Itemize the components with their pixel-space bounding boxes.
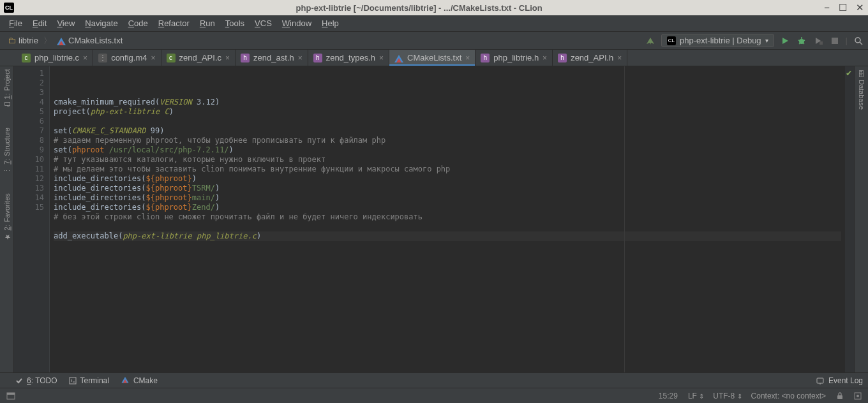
code-line[interactable]: include_directories(${phproot}main/) (54, 193, 841, 203)
status-context[interactable]: Context: <no context> (751, 392, 826, 400)
line-number[interactable]: 12 (17, 174, 44, 184)
tool-project[interactable]: 🗀 1: Project (3, 69, 11, 108)
menu-edit[interactable]: Edit (27, 18, 52, 28)
tab-close-icon[interactable]: × (298, 54, 303, 62)
tab-php_libtrie-c[interactable]: cphp_libtrie.c× (17, 50, 93, 66)
line-number[interactable]: 7 (17, 126, 44, 136)
line-gutter: 123456789101112131415 (14, 66, 50, 372)
svg-rect-5 (817, 378, 823, 383)
tab-zend_ast-h[interactable]: hzend_ast.h× (236, 50, 308, 66)
star-icon: ★ (3, 233, 11, 242)
code-area[interactable]: cmake_minimum_required(VERSION 3.12)proj… (50, 66, 845, 372)
tool-structure[interactable]: ⋮ 7: Structure (3, 128, 11, 174)
stop-icon[interactable] (829, 35, 841, 47)
menu-window[interactable]: Window (277, 18, 317, 28)
menu-view[interactable]: View (52, 18, 80, 28)
tab-zend_api-c[interactable]: czend_API.c× (161, 50, 236, 66)
line-number[interactable]: 6 (17, 117, 44, 126)
status-line-sep[interactable]: LF (688, 392, 697, 400)
editor[interactable]: 123456789101112131415 cmake_minimum_requ… (14, 66, 854, 372)
code-line[interactable] (54, 222, 841, 231)
tool-terminal[interactable]: Terminal (69, 376, 109, 385)
event-log-button[interactable]: Event Log (816, 376, 863, 385)
right-margin-guide (624, 66, 625, 372)
tab-close-icon[interactable]: × (617, 54, 622, 62)
menu-run[interactable]: Run (195, 18, 220, 28)
build-icon[interactable] (645, 35, 656, 47)
code-line[interactable]: # задаем переменную phproot, чтобы удобн… (54, 136, 841, 145)
line-number[interactable]: 8 (17, 136, 44, 145)
debug-icon[interactable] (796, 35, 807, 47)
tool-todo[interactable]: 6: TODO (15, 376, 57, 385)
toolwindow-toggle-icon[interactable] (6, 392, 15, 400)
close-icon[interactable]: ✕ (856, 2, 864, 13)
code-line[interactable]: include_directories(${phproot}) (54, 174, 841, 184)
code-line[interactable] (54, 117, 841, 126)
code-line[interactable]: # мы делаем это чтобы заставить clion по… (54, 165, 841, 174)
line-number[interactable]: 10 (17, 155, 44, 165)
tab-close-icon[interactable]: × (379, 54, 384, 62)
status-bar: 15:29 LF ⇕ UTF-8 ⇕ Context: <no context> (0, 388, 868, 403)
line-number[interactable]: 11 (17, 165, 44, 174)
code-line[interactable]: include_directories(${phproot}Zend/) (54, 203, 841, 212)
bottom-tool-stripe: 6: TODOTerminalCMake Event Log (0, 372, 868, 388)
analysis-ok-icon: ✔ (846, 69, 852, 78)
menu-code[interactable]: Code (123, 18, 153, 28)
menu-vcs[interactable]: VCS (250, 18, 277, 28)
lock-icon[interactable] (836, 392, 844, 400)
run-configuration-selector[interactable]: CL php-ext-libtrie | Debug ▾ (661, 34, 774, 47)
code-line[interactable]: project(php-ext-libtrie C) (54, 107, 841, 117)
line-number[interactable]: 13 (17, 184, 44, 193)
line-number[interactable]: 15 (17, 203, 44, 212)
tab-zend_types-h[interactable]: hzend_types.h× (308, 50, 389, 66)
line-number[interactable]: 3 (17, 88, 44, 98)
run-with-coverage-icon[interactable] (812, 35, 824, 47)
tab-php_libtrie-h[interactable]: hphp_libtrie.h× (475, 50, 553, 66)
code-line[interactable]: cmake_minimum_required(VERSION 3.12) (54, 98, 841, 107)
code-line[interactable]: # тут указываются каталоги, которые нужн… (54, 155, 841, 165)
menu-help[interactable]: Help (317, 18, 344, 28)
code-line[interactable]: # без этой строки clion не сможет прочит… (54, 212, 841, 222)
line-number[interactable]: 5 (17, 107, 44, 117)
tab-config-m4[interactable]: ⋮config.m4× (93, 50, 161, 66)
status-caret-pos[interactable]: 15:29 (659, 392, 678, 400)
line-number[interactable]: 2 (17, 78, 44, 88)
menu-tools[interactable]: Tools (220, 18, 250, 28)
svg-point-10 (857, 395, 859, 397)
cmake-icon (394, 54, 403, 62)
m4-file-icon: ⋮ (98, 54, 107, 62)
line-number[interactable]: 1 (17, 69, 44, 78)
editor-tabs: cphp_libtrie.c×⋮config.m4×czend_API.c×hz… (0, 50, 868, 66)
inspector-icon[interactable] (854, 392, 862, 400)
code-line[interactable]: add_executable(php-ext-libtrie php_libtr… (54, 231, 841, 241)
menu-navigate[interactable]: Navigate (80, 18, 123, 28)
tab-zend_api-h[interactable]: hzend_API.h× (553, 50, 627, 66)
tab-close-icon[interactable]: × (542, 54, 547, 62)
code-line[interactable]: set(phproot /usr/local/src/php-7.2.11/) (54, 145, 841, 155)
tool-database[interactable]: 🗄 Database (858, 70, 865, 110)
run-icon[interactable] (779, 35, 791, 47)
menu-refactor[interactable]: Refactor (153, 18, 195, 28)
breadcrumb-label: CMakeLists.txt (68, 36, 123, 45)
menu-file[interactable]: File (4, 18, 27, 28)
maximize-icon[interactable]: ☐ (839, 2, 847, 13)
line-number[interactable]: 9 (17, 145, 44, 155)
tab-close-icon[interactable]: × (465, 54, 470, 62)
code-line[interactable]: set(CMAKE_C_STANDARD 99) (54, 126, 841, 136)
breadcrumb-item[interactable]: 🗀libtrie (5, 34, 41, 47)
tab-close-icon[interactable]: × (83, 54, 87, 62)
tab-cmakelists-txt[interactable]: CMakeLists.txt× (389, 50, 475, 66)
tab-close-icon[interactable]: × (151, 54, 156, 62)
tool-favorites[interactable]: ★ 2: Favorites (3, 193, 11, 241)
line-number[interactable]: 4 (17, 98, 44, 107)
status-encoding[interactable]: UTF-8 (713, 392, 735, 400)
code-line[interactable]: include_directories(${phproot}TSRM/) (54, 184, 841, 193)
search-everywhere-icon[interactable] (853, 35, 864, 47)
tab-close-icon[interactable]: × (225, 54, 230, 62)
minimize-icon[interactable]: − (824, 2, 830, 13)
tool-cmake[interactable]: CMake (121, 375, 158, 386)
right-tool-stripe: 🗄 Database (854, 66, 868, 372)
breadcrumb-item[interactable]: CMakeLists.txt (54, 34, 125, 47)
line-number[interactable]: 14 (17, 193, 44, 203)
c-file-icon: c (22, 54, 31, 62)
